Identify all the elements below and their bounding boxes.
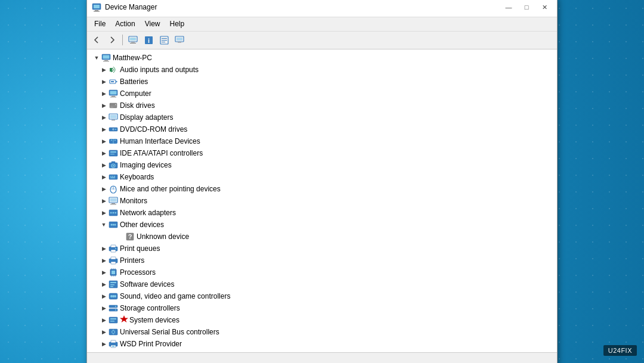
audio-icon [109,65,118,75]
menu-help[interactable]: Help [165,18,190,29]
expander-system[interactable]: ▶ [99,315,109,325]
expander-hid[interactable]: ▶ [99,136,109,146]
list-item[interactable]: ▶ Processors [87,266,557,278]
item-label: Storage controllers [120,304,180,312]
usb-icon [109,327,118,337]
title-bar: Device Manager — □ ✕ [87,0,557,17]
svg-rect-53 [110,176,112,177]
status-bar [87,352,557,364]
list-item[interactable]: ▶ Human Interface Devices [87,135,557,147]
list-item[interactable]: ▶ Print queues [87,243,557,255]
minimize-button[interactable]: — [501,1,516,13]
expander-batteries[interactable]: ▶ [99,77,109,86]
svg-rect-104 [110,318,116,319]
list-item[interactable]: ▶ Computer [87,88,557,100]
list-item[interactable]: ▶ Network adapters [87,207,557,219]
expander-sound[interactable]: ▶ [99,291,109,301]
list-item[interactable]: ▶ Sound, video and game controllers [87,290,557,302]
expander-mice[interactable]: ▶ [99,184,109,194]
list-item[interactable]: ▶ Audio inputs and outputs [87,64,557,76]
expander-keyboards[interactable]: ▶ [99,172,109,182]
tree-root[interactable]: ▼ Matthew-PC [87,52,557,64]
expander-print[interactable]: ▶ [99,244,109,253]
expander-display[interactable]: ▶ [99,113,109,122]
item-label: Computer [120,89,151,98]
list-item[interactable]: ▶ ? Unknown device [87,231,557,243]
list-item[interactable]: ▶ Imaging devices [87,159,557,171]
title-bar-left: Device Manager [92,2,157,12]
svg-point-72 [113,224,114,225]
list-item[interactable]: ▶ Storage controllers [87,302,557,314]
expander-network[interactable]: ▶ [99,208,109,218]
svg-rect-94 [110,286,113,287]
svg-rect-12 [162,40,167,41]
svg-rect-56 [110,177,115,178]
svg-rect-6 [131,42,135,43]
expander-computer[interactable]: ▶ [99,89,109,98]
list-item[interactable]: ▶ System devices [87,314,557,326]
list-item[interactable]: ▶ Printers [87,255,557,266]
list-item[interactable]: ▶ IDE ATA/ATAPI controllers [87,147,557,159]
printers-icon [109,256,118,265]
expander-storage[interactable]: ▶ [99,303,109,313]
computer-button[interactable] [126,33,140,46]
item-label: Sound, video and game controllers [120,292,230,300]
item-label: DVD/CD-ROM drives [120,125,187,134]
expander-disk[interactable]: ▶ [99,101,109,110]
properties-button[interactable] [157,33,171,46]
expander-usb[interactable]: ▶ [99,327,109,337]
expander-dvd[interactable]: ▶ [99,125,109,134]
expander-wsd[interactable]: ▶ [99,339,109,349]
svg-rect-105 [110,321,114,322]
processor-icon [109,268,118,277]
list-item[interactable]: ▶ Display adapters [87,111,557,123]
expander-other[interactable]: ▼ [99,220,109,229]
monitor-button[interactable] [172,33,187,46]
list-item[interactable]: ▶ Mice and other pointing devices [87,183,557,195]
list-item[interactable]: ▶ Software devices [87,278,557,290]
list-item[interactable]: ▶ DVD/CD-ROM drives [87,123,557,135]
list-item[interactable]: ▶ Monitors [87,195,557,207]
svg-rect-25 [111,81,114,82]
svg-point-96 [110,295,113,297]
expander-monitors[interactable]: ▶ [99,196,109,206]
list-item[interactable]: ▶ Batteries [87,76,557,88]
menu-action[interactable]: Action [110,18,140,29]
list-item[interactable]: ▶ Keyboards [87,171,557,183]
svg-rect-36 [112,120,115,120]
dvd-icon [109,125,118,134]
menu-view[interactable]: View [140,18,165,29]
keyboard-icon [109,172,118,182]
svg-rect-62 [112,203,115,204]
back-button[interactable] [89,33,104,46]
expander-imaging[interactable]: ▶ [99,160,109,170]
item-label: Monitors [120,197,147,205]
svg-rect-24 [116,81,117,82]
expander-processor[interactable]: ▶ [99,268,109,277]
svg-rect-52 [109,175,117,179]
expander-printers[interactable]: ▶ [99,256,109,265]
close-button[interactable]: ✕ [537,1,552,13]
svg-rect-18 [103,55,110,58]
info-button[interactable]: i [141,33,156,46]
other-devices-label: Other devices [120,221,164,229]
list-item[interactable]: ▶ WSD Print Provider [87,338,557,350]
svg-point-66 [113,212,114,213]
svg-rect-19 [104,60,108,61]
expander-ide[interactable]: ▶ [99,148,109,158]
forward-button[interactable] [105,33,119,46]
toolbar-separator-1 [122,35,123,45]
list-item[interactable]: ▼ Other devices [87,219,557,231]
svg-rect-77 [111,245,116,247]
expander-software[interactable]: ▶ [99,280,109,289]
list-item[interactable]: ▶ Universal Serial Bus controllers [87,326,557,338]
svg-rect-20 [103,61,109,61]
window-icon [92,2,101,12]
menu-file[interactable]: File [89,18,110,29]
list-item[interactable]: ▶ Disk drives [87,100,557,111]
item-label: Batteries [120,77,148,86]
expander-audio[interactable]: ▶ [99,65,109,75]
root-expander[interactable]: ▼ [92,53,101,63]
maximize-button[interactable]: □ [519,1,534,13]
item-label: Keyboards [120,173,154,181]
